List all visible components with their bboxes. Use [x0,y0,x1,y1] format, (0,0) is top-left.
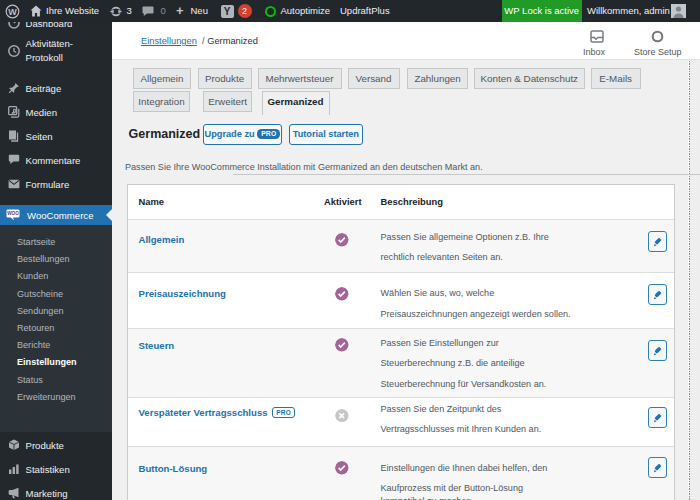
svg-text:WOO: WOO [7,211,19,216]
svg-text:W: W [8,6,17,16]
